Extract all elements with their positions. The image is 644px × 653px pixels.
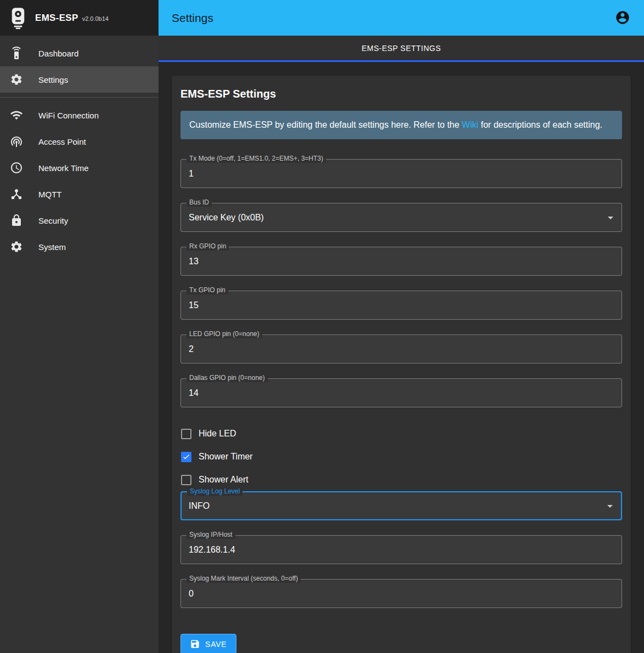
access-point-icon xyxy=(10,135,23,148)
settings-remote-icon xyxy=(10,47,23,60)
checkbox-label: Shower Alert xyxy=(199,475,248,485)
tab-ems-esp-settings[interactable]: EMS-ESP SETTINGS xyxy=(348,44,454,53)
info-box: Customize EMS-ESP by editing the default… xyxy=(180,111,622,139)
sidebar-item-label: WiFi Connection xyxy=(38,111,99,120)
sidebar-item-label: MQTT xyxy=(38,190,62,199)
appbar: Settings xyxy=(159,0,644,36)
info-text-after: for descriptions of each setting. xyxy=(478,120,602,129)
wifi-icon xyxy=(10,109,23,122)
checkbox-label: Shower Timer xyxy=(199,452,253,462)
arrow-drop-down-icon xyxy=(604,211,617,224)
field-value: Service Key (0x0B) xyxy=(189,213,264,223)
save-button[interactable]: SAVE xyxy=(180,634,236,653)
field-value: 0 xyxy=(189,589,194,599)
field-label: Syslog Log Level xyxy=(187,487,242,496)
sidebar-item-label: Access Point xyxy=(38,137,86,146)
sidebar-brand: EMS-ESP v2.0.0b14 xyxy=(0,0,159,36)
sidebar-divider xyxy=(0,97,159,98)
field-label: Rx GPIO pin xyxy=(187,242,229,251)
gear-icon xyxy=(10,73,23,86)
field-value: INFO xyxy=(189,501,210,511)
input-syslog-mark[interactable]: Syslog Mark Interval (seconds, 0=off)0 xyxy=(180,579,622,608)
field-label: Bus ID xyxy=(187,198,212,207)
field-label: Tx GPIO pin xyxy=(187,286,228,294)
checkbox-shower-alert[interactable] xyxy=(181,475,191,485)
app: EMS-ESP v2.0.0b14 DashboardSettingsWiFi … xyxy=(0,0,644,653)
input-tx-gpio[interactable]: Tx GPIO pin15 xyxy=(180,291,622,320)
field-label: Syslog Mark Interval (seconds, 0=off) xyxy=(187,575,301,583)
wiki-link[interactable]: Wiki xyxy=(462,120,478,129)
save-button-label: SAVE xyxy=(205,640,227,649)
brand-name: EMS-ESP xyxy=(35,13,78,24)
sidebar-item-label: System xyxy=(38,242,66,252)
sidebar-item-settings[interactable]: Settings xyxy=(0,66,159,93)
sidebar-item-dashboard[interactable]: Dashboard xyxy=(0,40,159,66)
field-value: 15 xyxy=(189,300,199,310)
clock-icon xyxy=(10,161,23,174)
tabbar: EMS-ESP SETTINGS xyxy=(159,36,644,62)
input-led-gpio[interactable]: LED GPIO pin (0=none)2 xyxy=(180,334,622,364)
field-label: LED GPIO pin (0=none) xyxy=(187,330,262,338)
sidebar-item-security[interactable]: Security xyxy=(0,207,159,234)
settings-card: EMS-ESP Settings Customize EMS-ESP by ed… xyxy=(172,76,631,653)
field-value: 13 xyxy=(189,257,199,266)
field-label: Tx Mode (0=off, 1=EMS1.0, 2=EMS+, 3=HT3) xyxy=(187,155,326,163)
checkbox-row-shower-timer[interactable]: Shower Timer xyxy=(180,445,622,468)
field-label: Syslog IP/Host xyxy=(187,531,235,539)
main: Settings EMS-ESP SETTINGS EMS-ESP Settin… xyxy=(159,0,644,653)
info-text-before: Customize EMS-ESP by editing the default… xyxy=(189,120,462,129)
settings-form: Tx Mode (0=off, 1=EMS1.0, 2=EMS+, 3=HT3)… xyxy=(180,159,622,608)
field-label: Dallas GPIO pin (0=none) xyxy=(187,374,268,382)
checkbox-row-shower-alert[interactable]: Shower Alert xyxy=(180,468,622,491)
sidebar-item-wifi-connection[interactable]: WiFi Connection xyxy=(0,102,159,128)
checkbox-label: Hide LED xyxy=(199,429,236,439)
checkbox-hide-led[interactable] xyxy=(181,429,191,439)
account-circle-icon xyxy=(615,10,630,25)
save-icon xyxy=(190,639,200,649)
input-dallas-gpio[interactable]: Dallas GPIO pin (0=none)14 xyxy=(180,378,622,407)
field-value: 192.168.1.4 xyxy=(189,545,235,555)
input-syslog-host[interactable]: Syslog IP/Host192.168.1.4 xyxy=(180,535,622,564)
brand-version: v2.0.0b14 xyxy=(82,15,109,22)
lock-icon xyxy=(10,214,23,227)
check-icon xyxy=(182,452,190,461)
device-hub-icon xyxy=(10,188,23,201)
content: EMS-ESP Settings Customize EMS-ESP by ed… xyxy=(159,62,644,653)
sidebar-item-label: Dashboard xyxy=(38,49,78,58)
field-value: 1 xyxy=(189,169,194,179)
sidebar-item-label: Security xyxy=(38,216,68,225)
sidebar-item-label: Settings xyxy=(38,75,68,84)
sidebar-item-mqtt[interactable]: MQTT xyxy=(0,181,159,207)
gear-icon xyxy=(10,240,23,253)
account-button[interactable] xyxy=(614,10,631,26)
input-rx-gpio[interactable]: Rx GPIO pin13 xyxy=(180,247,622,276)
checkbox-row-hide-led[interactable]: Hide LED xyxy=(180,422,622,445)
sidebar-item-network-time[interactable]: Network Time xyxy=(0,155,159,181)
page-title: Settings xyxy=(172,12,213,25)
sidebar-nav: DashboardSettingsWiFi ConnectionAccess P… xyxy=(0,36,159,260)
arrow-drop-down-icon xyxy=(603,499,617,513)
checkbox-shower-timer[interactable] xyxy=(181,452,191,462)
sidebar: EMS-ESP v2.0.0b14 DashboardSettingsWiFi … xyxy=(0,0,159,653)
field-value: 2 xyxy=(189,344,194,354)
select-syslog-level[interactable]: Syslog Log LevelINFO xyxy=(180,491,622,520)
sidebar-item-label: Network Time xyxy=(38,163,89,173)
field-value: 14 xyxy=(189,388,199,398)
sidebar-item-access-point[interactable]: Access Point xyxy=(0,128,159,155)
input-tx-mode[interactable]: Tx Mode (0=off, 1=EMS1.0, 2=EMS+, 3=HT3)… xyxy=(180,159,622,188)
select-bus-id[interactable]: Bus IDService Key (0x0B) xyxy=(180,203,622,232)
card-title: EMS-ESP Settings xyxy=(180,88,622,100)
ems-esp-logo-icon xyxy=(10,7,26,29)
sidebar-item-system[interactable]: System xyxy=(0,234,159,260)
